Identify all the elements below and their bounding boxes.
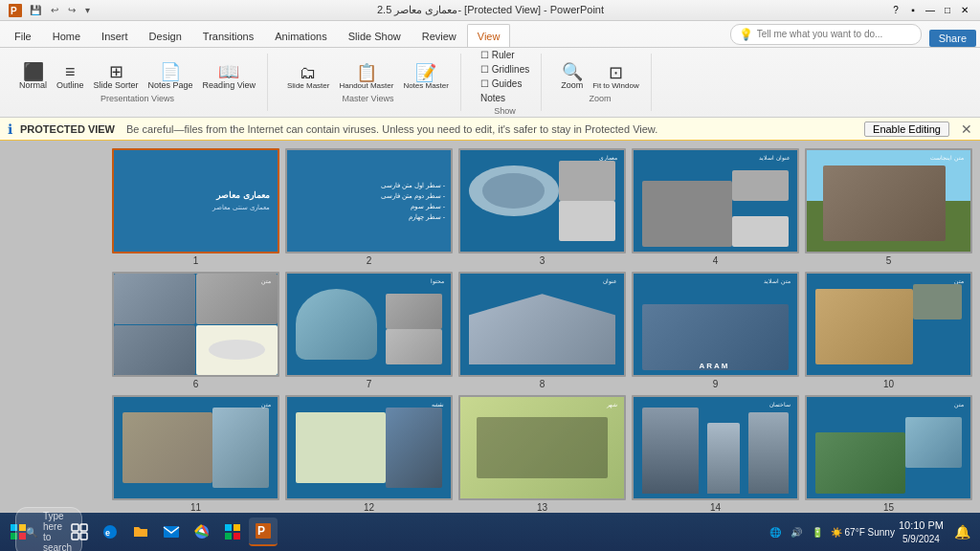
network-icon[interactable]: 🌐 (766, 527, 785, 538)
ribbon-group-master: 🗂 Slide Master 📋 Handout Master 📝 Notes … (276, 54, 461, 111)
mail-btn[interactable] (157, 518, 186, 546)
store-btn[interactable] (218, 518, 247, 546)
slide-number-1: 1 (193, 255, 199, 266)
tab-file[interactable]: File (4, 24, 42, 47)
slide-sorter-btn[interactable]: ⊞ Slide Sorter (90, 61, 143, 92)
titlebar-controls: ? ▪ — □ ✕ (888, 3, 972, 18)
tab-animations[interactable]: Animations (264, 24, 337, 47)
tab-home[interactable]: Home (42, 24, 91, 47)
tell-me-box[interactable]: 💡 (730, 24, 922, 45)
main-content: متن اینجاست 5 عنوان اسلاید 4 (0, 141, 980, 530)
slide-number-10: 10 (883, 379, 894, 389)
slide-thumb-13[interactable]: شهر 13 (458, 395, 626, 513)
svg-rect-6 (72, 524, 78, 531)
slide-number-8: 8 (540, 379, 546, 389)
slide-thumb-11[interactable]: متن 11 (112, 395, 279, 513)
close-protected-bar-btn[interactable]: ✕ (961, 121, 972, 137)
notes-master-btn[interactable]: 📝 Notes Master (399, 62, 453, 92)
slide-image-1: معماری معاصر معماری سنتی معاصر (112, 148, 279, 253)
slide-sorter-panel[interactable]: متن اینجاست 5 عنوان اسلاید 4 (0, 141, 980, 530)
slide-image-5: متن اینجاست (805, 148, 972, 253)
slide-thumb-15[interactable]: متن 15 (805, 395, 972, 513)
svg-rect-12 (164, 526, 179, 538)
help-btn[interactable]: ? (888, 3, 903, 18)
slide-thumb-5[interactable]: متن اینجاست 5 (805, 148, 972, 266)
tab-design[interactable]: Design (139, 24, 192, 47)
enable-editing-button[interactable]: Enable Editing (864, 121, 949, 137)
slide-thumb-9[interactable]: متن اسلاید ARAM 9 (632, 272, 799, 389)
ribbon-group-zoom: 🔍 Zoom ⊡ Fit to Window Zoom (549, 54, 651, 111)
powerpoint-icon[interactable]: P (8, 3, 23, 18)
tab-insert[interactable]: Insert (91, 24, 139, 47)
battery-icon[interactable]: 🔋 (808, 527, 827, 538)
slide-thumb-6[interactable]: متن 6 (112, 272, 279, 389)
edge-btn[interactable]: e (96, 518, 124, 546)
customize-btn[interactable]: ▾ (82, 4, 93, 16)
redo-btn[interactable]: ↪ (65, 4, 78, 16)
notes-page-btn[interactable]: 📄 Notes Page (145, 61, 197, 92)
gridlines-btn[interactable]: ☐ Gridlines (477, 63, 533, 76)
powerpoint-taskbar-btn[interactable]: P (249, 518, 278, 546)
notification-btn[interactable]: 🔔 (947, 518, 976, 546)
task-view-btn[interactable] (65, 518, 94, 546)
slide-thumb-2[interactable]: - سطر اول متن فارسی - سطر دوم متن فارسی … (285, 148, 453, 266)
handout-btn[interactable]: 📋 Handout Master (335, 62, 397, 92)
slide-number-2: 2 (367, 255, 372, 266)
slide-number-11: 11 (190, 502, 201, 513)
guides-btn[interactable]: ☐ Guides (477, 77, 525, 90)
search-btn[interactable]: 🔍 Type here to search (34, 518, 63, 546)
system-tray: 🌐 🔊 🔋 (766, 527, 827, 538)
volume-icon[interactable]: 🔊 (787, 527, 806, 538)
maximize-btn[interactable]: □ (940, 3, 955, 18)
slide-thumb-10[interactable]: متن 10 (805, 272, 972, 389)
ribbon-display-btn[interactable]: ▪ (905, 3, 921, 18)
close-btn[interactable]: ✕ (957, 3, 972, 18)
svg-rect-17 (225, 533, 232, 540)
slide-thumb-7[interactable]: محتوا 7 (285, 272, 453, 389)
slide-thumb-1[interactable]: معماری معاصر معماری سنتی معاصر 1 (112, 148, 279, 266)
minimize-btn[interactable]: — (923, 3, 938, 18)
tell-me-input[interactable] (757, 29, 913, 39)
save-quick-btn[interactable]: 💾 (27, 4, 44, 16)
share-button[interactable]: Share (929, 30, 976, 47)
zoom-label: Zoom (589, 94, 611, 103)
slide-thumb-3[interactable]: معماری 3 (458, 148, 626, 266)
reading-icon: 📖 (218, 63, 239, 80)
clock-widget[interactable]: 10:10 PM 5/9/2024 (899, 518, 944, 544)
tab-view[interactable]: View (467, 24, 511, 47)
ruler-btn[interactable]: ☐ Ruler (477, 49, 519, 61)
weather-widget[interactable]: ☀️ 67°F Sunny (831, 527, 895, 538)
normal-view-btn[interactable]: ⬛ Normal (15, 61, 51, 92)
slide-thumb-8[interactable]: عنوان 8 (458, 272, 626, 389)
fit-window-btn[interactable]: ⊡ Fit to Window (589, 62, 642, 92)
slide-number-14: 14 (710, 502, 721, 513)
slide-thumb-14[interactable]: ساختمان 14 (632, 395, 799, 513)
slide-number-13: 13 (537, 502, 547, 513)
zoom-btn[interactable]: 🔍 Zoom (557, 61, 587, 92)
protected-view-bar: ℹ PROTECTED VIEW Be careful—files from t… (0, 118, 980, 141)
tab-review[interactable]: Review (412, 24, 467, 47)
slide-1-subtitle: معماری سنتی معاصر (212, 204, 270, 211)
slide-image-6: متن (112, 272, 279, 377)
slide-master-btn[interactable]: 🗂 Slide Master (283, 62, 333, 92)
slide-thumb-12[interactable]: نقشه 12 (285, 395, 453, 513)
svg-rect-15 (225, 524, 232, 531)
slide-row-1: متن اینجاست 5 عنوان اسلاید 4 (8, 148, 972, 266)
window-title: معماری معاصر 2.5- [Protected View] - Pow… (93, 4, 888, 16)
file-explorer-btn[interactable] (126, 518, 155, 546)
chrome-btn[interactable] (188, 518, 216, 546)
undo-btn[interactable]: ↩ (48, 4, 61, 16)
slide-thumb-4[interactable]: عنوان اسلاید 4 (632, 148, 799, 266)
outline-view-btn[interactable]: ≡ Outline (53, 61, 88, 92)
reading-view-btn[interactable]: 📖 Reading View (199, 61, 259, 92)
slide-image-13: شهر (458, 395, 626, 500)
svg-rect-18 (234, 533, 240, 540)
svg-text:e: e (105, 528, 110, 538)
tab-transitions[interactable]: Transitions (192, 24, 264, 47)
ribbon: File Home Insert Design Transitions Anim… (0, 21, 980, 118)
slide-number-15: 15 (883, 502, 894, 513)
tab-slideshow[interactable]: Slide Show (338, 24, 412, 47)
clock-date: 5/9/2024 (899, 533, 944, 545)
slide-1-title: معماری معاصر (216, 190, 270, 200)
notes-btn[interactable]: Notes (477, 92, 509, 104)
